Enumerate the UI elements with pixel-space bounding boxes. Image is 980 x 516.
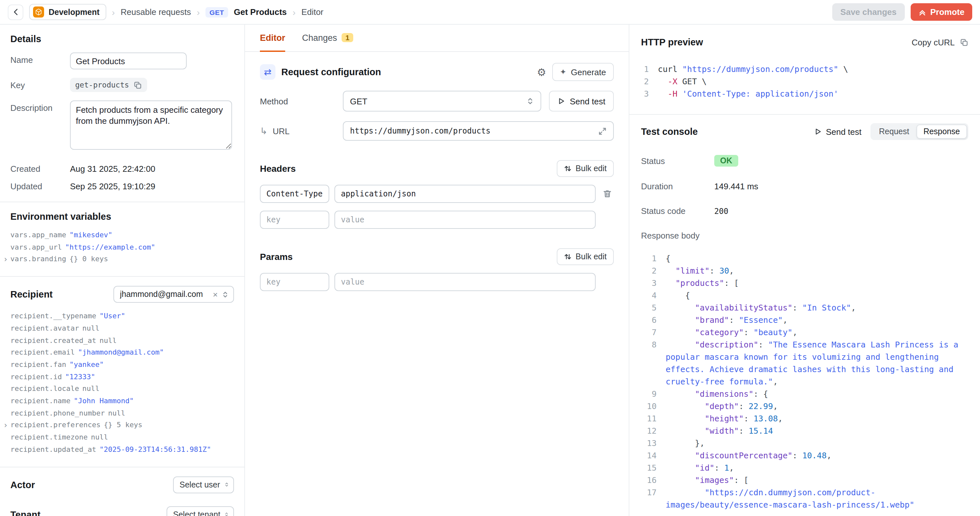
copy-icon: [960, 38, 968, 46]
chevron-right-icon[interactable]: ›: [3, 254, 8, 266]
code-content: curl "https://dummyjson.com/products" \: [658, 63, 980, 75]
breadcrumb-separator: ›: [112, 7, 115, 17]
tab-changes[interactable]: Changes 1: [302, 25, 353, 52]
actor-select-value: Select user: [180, 480, 220, 489]
bulk-edit-icon: [564, 253, 572, 261]
promote-button[interactable]: Promote: [911, 3, 972, 21]
code-content: "products": [: [666, 277, 980, 289]
method-label: Method: [260, 96, 343, 106]
environment-switcher[interactable]: Development: [29, 4, 106, 20]
name-input[interactable]: [70, 53, 187, 69]
recipient-select[interactable]: jhammond@gmail.com ×: [113, 286, 234, 303]
code-line: 3 -H 'Content-Type: application/json': [629, 88, 980, 100]
tab-changes-label: Changes: [302, 33, 337, 43]
header-value-input[interactable]: [334, 185, 596, 203]
console-send-test-button[interactable]: Send test: [814, 127, 861, 137]
actor-title: Actor: [10, 479, 35, 490]
line-number: 10: [629, 400, 666, 412]
key-label: Key: [10, 78, 70, 92]
promote-label: Promote: [931, 7, 964, 17]
generate-button[interactable]: ✦ Generate: [552, 63, 614, 81]
variable-path: vars.app_name: [10, 229, 66, 242]
params-bulk-edit-button[interactable]: Bulk edit: [557, 248, 614, 265]
line-number: 3: [629, 277, 666, 289]
created-row: Created Aug 31 2025, 22:42:00: [10, 161, 234, 174]
variable-row: recipient.name"John Hammond": [10, 395, 234, 408]
test-console-header: Test console Send test Request Response: [629, 115, 980, 140]
code-line: 3 "products": [: [629, 277, 980, 289]
actor-select[interactable]: Select user: [173, 476, 234, 493]
breadcrumb-separator: ›: [197, 7, 200, 17]
variable-value: "User": [100, 311, 126, 323]
tenant-select[interactable]: Select tenant: [167, 506, 234, 516]
response-body-row: Response body: [629, 231, 980, 240]
variable-path: recipient.preferences: [10, 420, 100, 432]
name-label: Name: [10, 53, 70, 69]
breadcrumb-request-name[interactable]: Get Products: [234, 7, 287, 17]
variable-path: recipient.avatar: [10, 323, 79, 335]
expand-icon[interactable]: [598, 127, 607, 135]
recipient-select-value: jhammond@gmail.com: [120, 290, 209, 299]
param-value-input[interactable]: [334, 273, 596, 291]
header-value-input[interactable]: [334, 211, 596, 229]
variable-path: recipient.locale: [10, 384, 79, 395]
variable-path: vars.app_url: [10, 242, 62, 253]
param-key-input[interactable]: [260, 273, 329, 291]
url-label: ↳ URL: [260, 126, 343, 136]
trash-icon[interactable]: [603, 189, 612, 198]
recipient-header: Recipient jhammond@gmail.com ×: [10, 286, 234, 303]
url-input[interactable]: [350, 126, 593, 135]
return-arrow-icon: ↳: [260, 126, 267, 136]
variable-path: recipient.phone_number: [10, 408, 105, 419]
header-key-input[interactable]: [260, 211, 329, 229]
toggle-response[interactable]: Response: [916, 124, 967, 139]
swap-arrows-icon: ⇄: [260, 64, 275, 80]
code-content: "width": 15.14: [666, 425, 980, 437]
toggle-request[interactable]: Request: [872, 124, 916, 139]
code-content: "limit": 30,: [666, 264, 980, 277]
headers-bulk-edit-button[interactable]: Bulk edit: [557, 160, 614, 177]
save-changes-button[interactable]: Save changes: [832, 3, 905, 21]
variable-path: recipient.updated_at: [10, 444, 96, 456]
variable-value: "2025-09-23T14:56:31.981Z": [100, 444, 211, 456]
breadcrumb-separator: ›: [293, 7, 296, 17]
header-key-input[interactable]: [260, 185, 329, 203]
updated-row: Updated Sep 25 2025, 19:10:29: [10, 179, 234, 191]
variable-row: recipient.avatarnull: [10, 323, 234, 335]
code-line: 14 "discountPercentage": 10.48,: [629, 449, 980, 462]
chevron-updown-icon: [224, 481, 229, 488]
back-button[interactable]: [8, 4, 23, 20]
duration-label: Duration: [641, 182, 714, 191]
variable-row: recipient.updated_at"2025-09-23T14:56:31…: [10, 444, 234, 456]
request-configuration-title: Request configuration: [281, 67, 381, 77]
clear-icon[interactable]: ×: [213, 290, 218, 298]
send-test-button[interactable]: Send test: [549, 91, 614, 111]
response-body-label: Response body: [641, 231, 714, 240]
tab-editor[interactable]: Editor: [260, 25, 285, 52]
actor-row: Actor Select user: [10, 476, 234, 493]
divider: [0, 467, 244, 467]
chevron-left-icon: [11, 8, 20, 16]
breadcrumb-reusable-requests[interactable]: Reusable requests: [121, 7, 191, 17]
promote-icon: [919, 8, 926, 16]
url-input-box: [343, 121, 614, 141]
code-content: "discountPercentage": 10.48,: [666, 449, 980, 462]
copy-icon[interactable]: [134, 81, 142, 89]
variable-row: recipient.created_atnull: [10, 335, 234, 347]
chevron-right-icon[interactable]: ›: [3, 420, 8, 432]
line-number: 11: [629, 412, 666, 425]
chevron-updown-icon: [526, 97, 534, 105]
divider: [0, 276, 244, 277]
description-textarea[interactable]: Fetch products from a specific category …: [70, 100, 232, 150]
variable-row: recipient.id"12333": [10, 371, 234, 383]
variable-row: recipient.fan"yankee": [10, 359, 234, 371]
copy-curl-button[interactable]: Copy cURL: [912, 37, 968, 47]
environment-label: Development: [49, 8, 100, 16]
method-select[interactable]: GET: [343, 91, 541, 111]
gear-icon[interactable]: ⚙: [537, 66, 546, 78]
details-title: Details: [10, 34, 234, 44]
key-chip: get-products: [70, 78, 147, 92]
code-line: 7 "category": "beauty",: [629, 326, 980, 338]
variable-row: recipient.email"jhammond@gmail.com": [10, 347, 234, 359]
env-vars-list: vars.app_name"mikesdev"vars.app_url"http…: [10, 229, 234, 266]
